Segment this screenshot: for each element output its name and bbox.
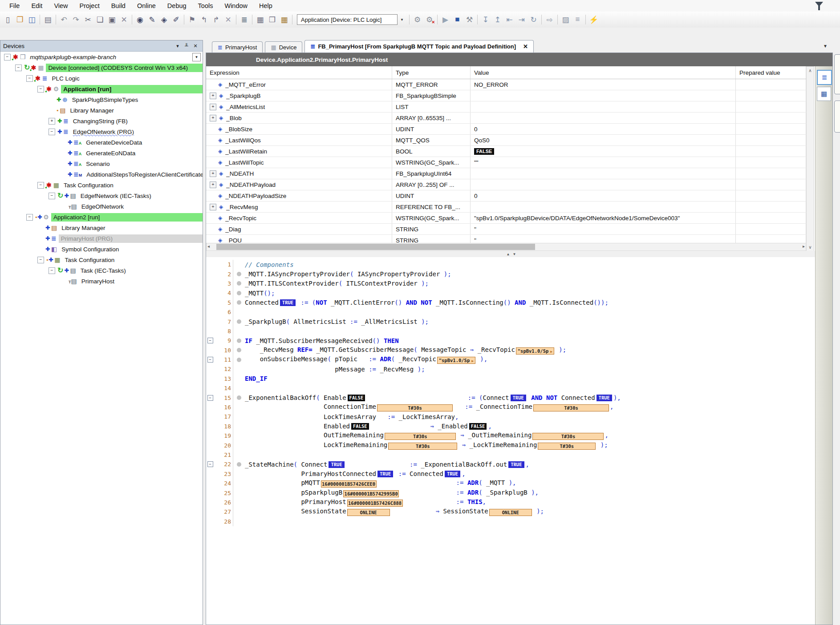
prepared-value-cell[interactable] bbox=[736, 224, 806, 234]
fold-collapse-icon[interactable]: − bbox=[206, 461, 214, 467]
scroll-right-icon[interactable]: ▸ bbox=[803, 244, 805, 249]
step-out-button[interactable]: ⇤ bbox=[503, 14, 515, 25]
replace-button[interactable]: ✎ bbox=[146, 14, 158, 25]
undo-button[interactable]: ↶ bbox=[58, 14, 70, 25]
tree-item-library-manager[interactable]: ▪▤Library Manager bbox=[0, 105, 203, 116]
collapse-icon[interactable]: − bbox=[26, 214, 33, 221]
step-into-button[interactable]: ↥ bbox=[491, 14, 503, 25]
watch-row-_blob[interactable]: +◈_BlobARRAY [0..65535] ... bbox=[206, 113, 806, 124]
collapse-icon[interactable]: − bbox=[37, 86, 44, 93]
breakpoint-margin[interactable] bbox=[233, 260, 245, 269]
watch-row-_sparkplugb[interactable]: +◈_SparkplugBFB_SparkplugBSimple bbox=[206, 90, 806, 101]
menu-edit[interactable]: Edit bbox=[25, 1, 48, 11]
expand-icon[interactable]: + bbox=[210, 204, 216, 210]
breakpoint-margin[interactable] bbox=[233, 317, 245, 326]
redo-button[interactable]: ↷ bbox=[70, 14, 82, 25]
tab-close-icon[interactable]: ✕ bbox=[523, 43, 528, 50]
breakpoint-margin[interactable] bbox=[233, 498, 245, 507]
breakpoint-margin[interactable] bbox=[233, 393, 245, 402]
watch-row-_recvmesg[interactable]: +◈_RecvMesgREFERENCE TO FB_... bbox=[206, 202, 806, 213]
application-selector[interactable]: Application [Device: PLC Logic] bbox=[297, 14, 398, 25]
step-over-button[interactable]: ↧ bbox=[479, 14, 491, 25]
tab-list-dropdown-icon[interactable]: ▼ bbox=[823, 44, 828, 48]
application-selector-dropdown-icon[interactable]: ▼ bbox=[398, 15, 406, 24]
flow-control-button[interactable]: ▨ bbox=[560, 14, 572, 25]
bookmark-previous-button[interactable]: ↰ bbox=[198, 14, 210, 25]
tree-item-scenario[interactable]: ✚≣AScenario bbox=[0, 158, 203, 169]
tree-item-application-run[interactable]: −✱⚙Application [run] bbox=[0, 84, 203, 94]
column-header-expression[interactable]: Expression bbox=[206, 66, 392, 79]
device-combo-dropdown[interactable]: ▼ bbox=[192, 53, 201, 61]
watch-row-_allmetricslist[interactable]: +◈_AllMetricsListLIST bbox=[206, 101, 806, 113]
reset-button[interactable]: ↻ bbox=[528, 14, 540, 25]
tab-fb-primaryhost-from-sparkplugb-mqtt-topi[interactable]: ≣FB_PrimaryHost [From SparkplugB MQTT To… bbox=[304, 40, 534, 52]
watch-row-_lastwillretain[interactable]: ◈_LastWillRetainBOOLFALSE bbox=[206, 146, 806, 157]
collapse-icon[interactable]: − bbox=[15, 65, 22, 71]
docked-tool-window-button[interactable] bbox=[834, 101, 840, 133]
tree-item-primaryhost-prg[interactable]: ✚≣PrimaryHost (PRG) bbox=[0, 233, 203, 244]
menu-view[interactable]: View bbox=[48, 1, 73, 11]
menu-debug[interactable]: Debug bbox=[162, 1, 192, 11]
prepared-value-cell[interactable] bbox=[736, 124, 806, 134]
delete-button[interactable]: ✕ bbox=[118, 14, 130, 25]
prepared-value-cell[interactable] bbox=[736, 168, 806, 179]
copy-button[interactable]: ❏ bbox=[94, 14, 106, 25]
tree-item-plc-logic[interactable]: −✱≣PLC Logic bbox=[0, 73, 203, 84]
single-cycle-button[interactable]: ⚒ bbox=[463, 14, 475, 25]
build-button[interactable]: ▦ bbox=[254, 14, 266, 25]
breakpoint-margin[interactable] bbox=[233, 346, 245, 355]
scroll-up-icon[interactable]: ∧ bbox=[807, 67, 814, 74]
find-in-project-button[interactable]: ◈ bbox=[158, 14, 170, 25]
build-schedule-button[interactable]: ▦ bbox=[278, 14, 290, 25]
cut-button[interactable]: ✂ bbox=[82, 14, 94, 25]
tree-item-task-iec-tasks[interactable]: −↻✚▤Task (IEC-Tasks) bbox=[0, 265, 203, 276]
declaration-code-splitter[interactable]: ▲ ▼ bbox=[206, 251, 816, 257]
collapse-icon[interactable]: − bbox=[49, 193, 55, 199]
splitter-up-icon[interactable]: ▲ bbox=[507, 252, 510, 256]
tree-item-sparkplugbsimpletypes[interactable]: ✚⊕SparkPlugBSimpleTypes bbox=[0, 94, 203, 105]
breakpoint-margin[interactable] bbox=[233, 479, 245, 488]
breakpoint-margin[interactable] bbox=[233, 412, 245, 421]
login-button[interactable]: ⚙ bbox=[411, 14, 423, 25]
watch-row-_recvtopic[interactable]: ◈_RecvTopicWSTRING(GC_Spark..."spBv1.0/S… bbox=[206, 213, 806, 224]
replace-in-project-button[interactable]: ✐ bbox=[170, 14, 182, 25]
prepared-value-cell[interactable] bbox=[736, 79, 806, 90]
declaration-view-button[interactable]: ≣ bbox=[817, 70, 832, 85]
breakpoint-margin[interactable] bbox=[233, 517, 245, 526]
watch-horizontal-scrollbar[interactable]: ◂ ▸ bbox=[206, 243, 806, 251]
breakpoint-margin[interactable] bbox=[233, 431, 245, 440]
breakpoint-margin[interactable] bbox=[233, 336, 245, 345]
watch-row-_ndeathpayload[interactable]: +◈_NDEATHPayloadARRAY [0..255] OF ... bbox=[206, 179, 806, 190]
collapse-icon[interactable]: − bbox=[37, 182, 44, 189]
code-editor[interactable]: 1// Components2_MQTT.IASyncPropertyProvi… bbox=[206, 257, 816, 625]
breakpoint-margin[interactable] bbox=[233, 403, 245, 412]
column-header-value[interactable]: Value bbox=[471, 66, 736, 79]
new-file-button[interactable]: ▯ bbox=[2, 14, 14, 25]
print-button[interactable]: ▤ bbox=[42, 14, 54, 25]
tab-primaryhost[interactable]: ≣PrimaryHost bbox=[212, 41, 263, 52]
splitter-down-icon[interactable]: ▼ bbox=[513, 252, 516, 256]
tree-item-task-configuration[interactable]: −✱▦Task Configuration bbox=[0, 180, 203, 190]
scroll-down-icon[interactable]: ∨ bbox=[807, 243, 814, 251]
tab-device[interactable]: ▦Device bbox=[265, 41, 302, 52]
breakpoint-margin[interactable] bbox=[233, 298, 245, 307]
logout-button[interactable]: ⚙ bbox=[423, 14, 435, 25]
filter-funnel-icon[interactable] bbox=[815, 2, 823, 7]
breakpoint-margin[interactable] bbox=[233, 507, 245, 516]
tree-item-additionalstepstoregisteraclientcertificate[interactable]: ✚≣MAdditionalStepsToRegisterAClientCerti… bbox=[0, 169, 203, 180]
watch-row-_ndeath[interactable]: +◈_NDEATHFB_SparkplugUInt64 bbox=[206, 168, 806, 179]
watch-row-_blobsize[interactable]: ◈_BlobSizeUDINT0 bbox=[206, 124, 806, 135]
bookmark-toggle-button[interactable]: ⚑ bbox=[186, 14, 198, 25]
breakpoint-margin[interactable] bbox=[233, 269, 245, 278]
run-to-cursor-button[interactable]: ⇥ bbox=[515, 14, 528, 25]
expand-icon[interactable]: + bbox=[49, 118, 55, 125]
watch-row-_diag[interactable]: ◈_DiagSTRING'' bbox=[206, 224, 806, 235]
prepared-value-cell[interactable] bbox=[736, 113, 806, 123]
prepared-value-cell[interactable] bbox=[736, 90, 806, 101]
menu-tools[interactable]: Tools bbox=[192, 1, 219, 11]
start-button[interactable]: ▶ bbox=[439, 14, 451, 25]
watch-row-_lastwilltopic[interactable]: ◈_LastWillTopicWSTRING(GC_Spark..."" bbox=[206, 157, 806, 168]
tree-item-device-connected-codesys-control-win-v3-x64[interactable]: −↻✱▦Device [connected] (CODESYS Control … bbox=[0, 62, 203, 73]
watch-row-_lastwillqos[interactable]: ◈_LastWillQosMQTT_QOSQoS0 bbox=[206, 135, 806, 146]
expand-icon[interactable]: + bbox=[210, 93, 216, 99]
